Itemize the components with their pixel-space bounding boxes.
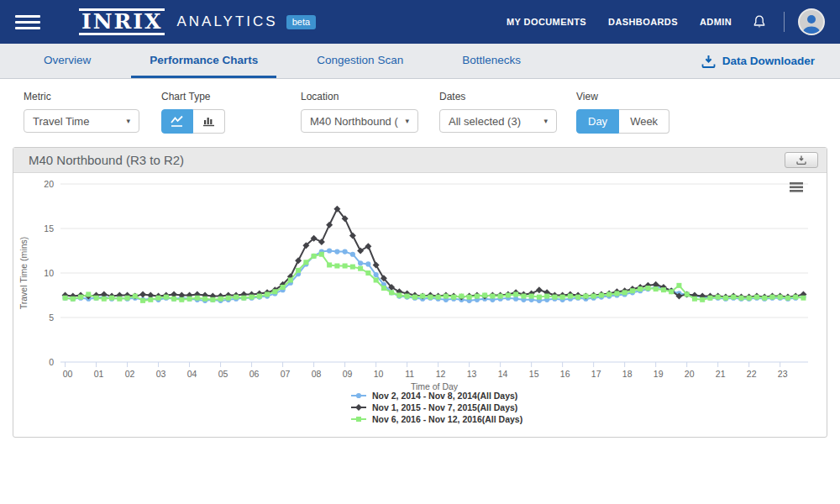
chevron-down-icon: ▾ — [537, 117, 548, 125]
panel-download-button[interactable] — [785, 152, 818, 168]
chart-type-column-button[interactable] — [193, 109, 225, 134]
y-axis-title: Travel Time (mins) — [18, 237, 29, 310]
x-tick-label: 08 — [312, 369, 322, 379]
tab-bottlenecks[interactable]: Bottlenecks — [444, 44, 539, 78]
chart-context-menu-icon[interactable] — [790, 182, 803, 192]
tab-congestion-scan[interactable]: Congestion Scan — [298, 44, 422, 78]
user-avatar[interactable] — [798, 8, 825, 35]
chart-panel: M40 Northbound (R3 to R2) 05101520000102… — [13, 147, 827, 438]
hamburger-menu-icon[interactable] — [15, 12, 40, 33]
legend-item-0[interactable]: Nov 2, 2014 - Nov 8, 2014(All Days) — [351, 391, 517, 401]
legend-item-2[interactable]: Nov 6, 2016 - Nov 12, 2016(All Days) — [351, 414, 522, 424]
tab-bar: Overview Performance Charts Congestion S… — [0, 44, 840, 79]
x-tick-label: 16 — [560, 369, 570, 379]
x-tick-label: 21 — [716, 369, 726, 379]
view-week-button[interactable]: Week — [619, 109, 669, 134]
y-tick-label: 0 — [49, 357, 54, 367]
series-1 — [62, 206, 807, 301]
x-tick-label: 10 — [374, 369, 384, 379]
x-tick-label: 01 — [94, 369, 104, 379]
brand: INRIX ANALYTICS beta — [79, 8, 316, 35]
x-tick-label: 07 — [281, 369, 291, 379]
line-chart-icon — [170, 115, 185, 128]
view-label: View — [576, 91, 669, 102]
download-icon — [796, 155, 806, 165]
data-downloader-button[interactable]: Data Downloader — [701, 44, 840, 78]
y-tick-label: 20 — [44, 179, 54, 189]
x-tick-label: 12 — [436, 369, 446, 379]
legend-label: Nov 6, 2016 - Nov 12, 2016(All Days) — [372, 414, 522, 424]
legend-label: Nov 2, 2014 - Nov 8, 2014(All Days) — [372, 391, 517, 401]
brand-suffix: ANALYTICS — [176, 13, 277, 30]
y-tick-label: 5 — [49, 312, 54, 323]
x-tick-label: 14 — [498, 369, 508, 379]
nav-my-documents[interactable]: MY DOCUMENTS — [507, 17, 586, 27]
x-tick-label: 04 — [187, 369, 197, 379]
x-tick-label: 06 — [249, 369, 260, 379]
location-label: Location — [301, 91, 439, 102]
x-tick-label: 20 — [685, 369, 695, 379]
x-tick-label: 03 — [156, 369, 166, 379]
x-tick-label: 22 — [747, 369, 757, 379]
x-tick-label: 18 — [622, 369, 633, 379]
metric-value: Travel Time — [33, 115, 89, 128]
x-tick-label: 23 — [778, 369, 788, 379]
bar-chart-icon — [202, 115, 217, 128]
tab-performance-charts[interactable]: Performance Charts — [131, 44, 276, 78]
beta-badge: beta — [286, 15, 316, 29]
nav-dashboards[interactable]: DASHBOARDS — [608, 17, 678, 27]
nav-divider — [784, 12, 785, 32]
chart-type-label: Chart Type — [161, 91, 225, 102]
download-icon — [701, 55, 716, 68]
tab-overview[interactable]: Overview — [25, 44, 109, 78]
y-tick-label: 10 — [44, 268, 54, 278]
x-tick-label: 19 — [654, 369, 664, 379]
chart-type-toggle — [161, 109, 225, 134]
x-tick-label: 00 — [63, 369, 73, 379]
view-toggle: Day Week — [576, 109, 669, 134]
x-tick-label: 17 — [591, 369, 601, 379]
x-tick-label: 15 — [529, 369, 539, 379]
legend-label: Nov 1, 2015 - Nov 7, 2015(All Days) — [372, 402, 517, 412]
x-tick-label: 02 — [125, 369, 135, 379]
chevron-down-icon: ▾ — [398, 117, 409, 125]
metric-select[interactable]: Travel Time ▾ — [24, 109, 139, 133]
chart-type-line-button[interactable] — [161, 109, 193, 134]
inrix-logo: INRIX — [79, 8, 165, 35]
y-tick-label: 15 — [44, 223, 54, 234]
dates-label: Dates — [439, 91, 576, 102]
chart-panel-header: M40 Northbound (R3 to R2) — [13, 148, 827, 173]
data-downloader-label: Data Downloader — [722, 55, 815, 67]
x-tick-label: 11 — [405, 369, 414, 379]
travel-time-chart: 0510152000010203040506070809101112131415… — [13, 176, 825, 432]
dates-value: All selected (3) — [449, 115, 521, 128]
filter-toolbar: Metric Travel Time ▾ Chart Type Location… — [0, 79, 840, 147]
x-tick-label: 05 — [218, 369, 228, 379]
location-select[interactable]: M40 Northbound (R3 t... ▾ — [301, 109, 418, 133]
chart-area: 0510152000010203040506070809101112131415… — [13, 173, 827, 437]
nav-admin[interactable]: ADMIN — [700, 17, 732, 27]
chevron-down-icon: ▾ — [119, 117, 130, 125]
dates-select[interactable]: All selected (3) ▾ — [439, 109, 557, 133]
view-day-button[interactable]: Day — [576, 109, 619, 134]
notifications-bell-icon[interactable] — [752, 14, 767, 29]
location-value: M40 Northbound (R3 t... — [310, 115, 398, 128]
x-tick-label: 13 — [467, 369, 477, 379]
top-navbar: INRIX ANALYTICS beta MY DOCUMENTS DASHBO… — [0, 0, 840, 44]
legend-item-1[interactable]: Nov 1, 2015 - Nov 7, 2015(All Days) — [351, 402, 517, 412]
metric-label: Metric — [24, 91, 161, 102]
x-tick-label: 09 — [343, 369, 353, 379]
chart-panel-title: M40 Northbound (R3 to R2) — [29, 153, 184, 167]
